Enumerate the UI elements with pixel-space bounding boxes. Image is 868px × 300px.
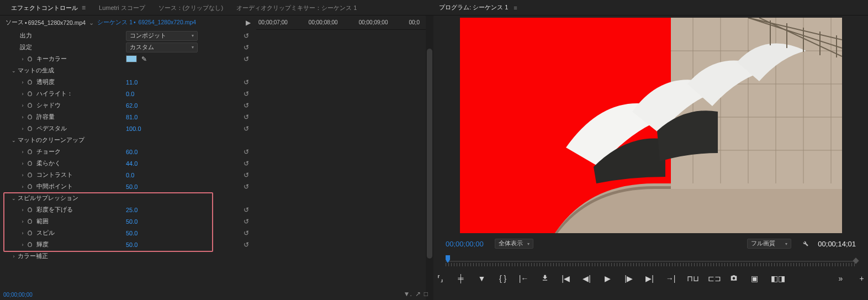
caret-icon[interactable]: › xyxy=(11,254,17,259)
reset-icon[interactable]: ↺ xyxy=(242,229,251,238)
program-viewer[interactable] xyxy=(433,15,868,235)
stopwatch-icon[interactable]: Ö xyxy=(27,241,33,248)
export-frame-icon[interactable] xyxy=(540,274,550,283)
camera-icon[interactable] xyxy=(729,274,739,283)
gear-icon[interactable]: □ xyxy=(424,290,428,298)
reset-icon[interactable]: ↺ xyxy=(242,90,251,98)
reset-icon[interactable]: ↺ xyxy=(242,206,251,214)
group-spill-suppression[interactable]: ⌄ スピルサプレッション xyxy=(0,192,256,204)
tab-source[interactable]: ソース：(クリップなし) xyxy=(152,0,230,15)
vertical-scrollbar[interactable] xyxy=(426,15,433,300)
stopwatch-icon[interactable]: Ö xyxy=(27,218,33,225)
value-pedestal[interactable]: 100.0 xyxy=(126,125,141,132)
reset-icon[interactable]: ↺ xyxy=(242,78,251,87)
caret-icon[interactable]: › xyxy=(20,114,25,120)
value-choke[interactable]: 60.0 xyxy=(126,149,137,155)
reset-icon[interactable]: ↺ xyxy=(242,217,251,226)
arrow-out-icon[interactable]: ↗ xyxy=(415,290,421,298)
reset-icon[interactable]: ↺ xyxy=(242,159,251,168)
caret-icon[interactable]: › xyxy=(20,56,25,62)
lift-icon[interactable]: ⊓⊔ xyxy=(687,274,697,283)
frame-forward-icon[interactable]: |▶ xyxy=(624,274,634,283)
caret-icon[interactable]: › xyxy=(20,80,25,85)
hamburger-icon[interactable]: ≡ xyxy=(82,4,86,12)
tab-effect-controls[interactable]: エフェクトコントロール ≡ xyxy=(4,0,92,15)
timeline-ruler[interactable]: 00;00;07;00 00;00;08;00 00;00;09;00 00;0 xyxy=(256,15,433,30)
value-shadow[interactable]: 62.0 xyxy=(126,102,137,109)
caret-down-icon[interactable]: ⌄ xyxy=(11,138,17,143)
tab-audio-mixer[interactable]: オーディオクリップミキサー：シーケンス 1 xyxy=(230,0,363,15)
stopwatch-icon[interactable]: Ö xyxy=(27,172,33,178)
reset-icon[interactable]: ↺ xyxy=(242,148,251,156)
chevron-down-icon[interactable]: ⌄ xyxy=(89,19,94,26)
stopwatch-icon[interactable]: Ö xyxy=(27,91,33,97)
reset-icon[interactable]: ↺ xyxy=(242,101,251,110)
reset-icon[interactable]: ↺ xyxy=(242,182,251,191)
value-soften[interactable]: 44.0 xyxy=(126,160,137,167)
key-color-swatch[interactable] xyxy=(126,55,137,62)
marker-icon[interactable]: ▼ xyxy=(477,274,487,283)
caret-icon[interactable]: › xyxy=(20,161,25,166)
value-tolerance[interactable]: 81.0 xyxy=(126,114,137,120)
reset-icon[interactable]: ↺ xyxy=(242,124,251,133)
in-out-icon[interactable]: { } xyxy=(498,274,508,283)
mark-in-icon[interactable]: ⸢⸥ xyxy=(435,274,445,283)
value-spill[interactable]: 50.0 xyxy=(126,230,137,236)
caret-icon[interactable]: › xyxy=(20,91,25,97)
wrench-icon[interactable] xyxy=(801,239,809,249)
stopwatch-icon[interactable]: Ö xyxy=(27,160,33,167)
stopwatch-icon[interactable]: Ö xyxy=(27,207,33,213)
stopwatch-icon[interactable]: Ö xyxy=(27,230,33,236)
stopwatch-icon[interactable]: Ö xyxy=(27,183,33,190)
caret-icon[interactable]: › xyxy=(20,172,25,178)
value-desaturate[interactable]: 25.0 xyxy=(126,207,137,213)
value-contrast[interactable]: 0.0 xyxy=(126,172,134,178)
group-color-correct[interactable]: › カラー補正 xyxy=(0,250,256,262)
value-luma[interactable]: 50.0 xyxy=(126,241,137,248)
caret-icon[interactable]: › xyxy=(20,230,25,236)
stopwatch-icon[interactable]: Ö xyxy=(27,79,33,86)
stopwatch-icon[interactable]: Ö xyxy=(27,149,33,155)
playback-res-dropdown[interactable]: フル画質▾ xyxy=(747,239,791,249)
caret-icon[interactable]: › xyxy=(20,126,25,131)
caret-icon[interactable]: › xyxy=(20,184,25,190)
time-scrubber[interactable] xyxy=(446,254,856,267)
zoom-fit-dropdown[interactable]: 全体表示▾ xyxy=(495,239,533,249)
value-midpoint[interactable]: 50.0 xyxy=(126,183,137,190)
reset-icon[interactable]: ↺ xyxy=(242,31,251,40)
caret-icon[interactable]: › xyxy=(20,207,25,213)
reset-icon[interactable]: ↺ xyxy=(242,113,251,122)
play-icon[interactable]: ▶ xyxy=(603,274,613,283)
play-arrow-icon[interactable]: ▶ xyxy=(246,19,251,27)
go-to-in-icon[interactable]: |← xyxy=(519,274,529,283)
caret-down-icon[interactable]: ⌄ xyxy=(11,68,17,73)
keyframe-timeline[interactable]: 00;00;07;00 00;00;08;00 00;00;09;00 00;0 xyxy=(256,15,433,300)
extract-icon[interactable]: ⊏⊐ xyxy=(708,274,718,283)
step-forward-icon[interactable]: ▶| xyxy=(645,274,655,283)
stopwatch-icon[interactable]: Ö xyxy=(27,114,33,120)
current-timecode[interactable]: 00;00;00;00 xyxy=(446,240,484,248)
stopwatch-icon[interactable]: Ö xyxy=(27,102,33,109)
stopwatch-icon[interactable]: Ö xyxy=(27,125,33,132)
group-matte-cleanup[interactable]: ⌄ マットのクリーンアップ xyxy=(0,134,256,146)
add-icon[interactable]: + xyxy=(857,274,867,283)
go-to-out-icon[interactable]: →| xyxy=(666,274,676,283)
caret-icon[interactable]: › xyxy=(20,219,25,224)
playhead-icon[interactable] xyxy=(446,255,450,263)
caret-icon[interactable]: › xyxy=(20,103,25,108)
group-matte-gen[interactable]: ⌄ マットの生成 xyxy=(0,65,256,76)
reset-icon[interactable]: ↺ xyxy=(242,171,251,180)
add-marker-icon[interactable]: ╪ xyxy=(456,274,466,283)
reset-icon[interactable]: ↺ xyxy=(242,240,251,249)
output-dropdown[interactable]: コンポジット▾ xyxy=(126,31,198,41)
filter-icon[interactable]: ▼. xyxy=(404,290,412,298)
tab-lumetri-scopes[interactable]: Lumetri スコープ xyxy=(92,0,152,15)
caret-icon[interactable]: › xyxy=(20,242,25,248)
reset-icon[interactable]: ↺ xyxy=(242,55,251,64)
step-back-icon[interactable]: |◀ xyxy=(561,274,571,283)
footer-timecode[interactable]: 00;00;00;00 xyxy=(3,292,33,298)
caret-icon[interactable]: › xyxy=(20,149,25,155)
reset-icon[interactable]: ↺ xyxy=(242,43,251,52)
value-highlight[interactable]: 0.0 xyxy=(126,91,134,97)
value-range[interactable]: 50.0 xyxy=(126,218,137,225)
